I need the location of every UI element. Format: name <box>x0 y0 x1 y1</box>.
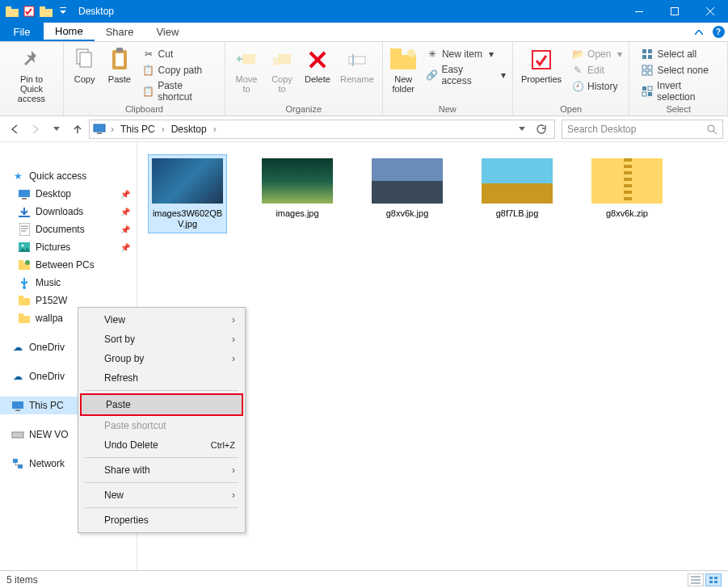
minimize-button[interactable] <box>621 0 657 23</box>
address-bar[interactable]: › This PC › Desktop › <box>89 120 555 139</box>
history-button[interactable]: 🕘History <box>568 79 625 94</box>
tab-view[interactable]: View <box>145 23 190 41</box>
ctx-sortby[interactable]: Sort by› <box>80 330 243 349</box>
details-view-button[interactable] <box>688 573 704 586</box>
edit-button[interactable]: ✎Edit <box>568 63 625 78</box>
nav-quickaccess[interactable]: ★Quick access <box>0 167 137 185</box>
chevron-right-icon: › <box>232 314 235 326</box>
up-button[interactable] <box>68 120 87 139</box>
nav-icon <box>18 223 31 236</box>
moveto-button[interactable]: Move to <box>229 44 264 94</box>
history-icon: 🕘 <box>571 80 584 93</box>
copy-button[interactable]: Copy <box>67 44 102 84</box>
delete-button[interactable]: Delete <box>300 44 335 84</box>
collapse-ribbon-icon[interactable] <box>689 23 709 41</box>
select-group-label: Select <box>633 104 724 116</box>
chevron-right-icon[interactable]: › <box>109 124 116 135</box>
breadcrumb-thispc[interactable]: This PC <box>119 124 157 135</box>
paste-button[interactable]: Paste <box>102 44 137 84</box>
ctx-undodelete[interactable]: Undo DeleteCtrl+Z <box>80 435 243 455</box>
close-button[interactable] <box>692 0 728 23</box>
chevron-right-icon[interactable]: › <box>212 124 218 135</box>
nav-item-downloads[interactable]: Downloads📌 <box>0 203 137 220</box>
tab-home[interactable]: Home <box>44 23 95 41</box>
svg-rect-49 <box>19 316 30 323</box>
search-input[interactable]: Search Desktop <box>562 120 723 139</box>
qat-properties-icon[interactable] <box>22 4 36 19</box>
nav-item-music[interactable]: Music <box>0 274 137 292</box>
window-title: Desktop <box>78 6 114 17</box>
ctx-view[interactable]: View› <box>80 310 243 330</box>
ctx-refresh[interactable]: Refresh <box>80 368 243 388</box>
new-group-label: New <box>386 104 509 116</box>
ctx-sharewith[interactable]: Share with› <box>80 460 243 480</box>
svg-rect-30 <box>642 86 646 90</box>
address-dropdown-icon[interactable] <box>512 120 532 139</box>
refresh-button[interactable] <box>532 120 551 139</box>
file-item[interactable]: images3W602QBV.jpg <box>149 155 226 233</box>
invertselection-button[interactable]: Invert selection <box>638 79 724 103</box>
chevron-right-icon[interactable]: › <box>160 124 166 135</box>
back-button[interactable] <box>5 120 24 139</box>
pasteshortcut-button[interactable]: 📋Paste shortcut <box>139 79 221 103</box>
svg-rect-12 <box>116 48 123 52</box>
nav-item-pictures[interactable]: Pictures📌 <box>0 238 137 256</box>
svg-rect-52 <box>15 410 20 411</box>
nav-item-betweenpcs[interactable]: Between PCs <box>0 256 137 274</box>
copypath-button[interactable]: 📋Copy path <box>139 63 221 78</box>
nav-icon <box>18 205 31 218</box>
ctx-groupby[interactable]: Group by› <box>80 349 243 368</box>
pasteshortcut-icon: 📋 <box>142 85 155 98</box>
cloud-icon: ☁ <box>11 341 24 354</box>
forward-button[interactable] <box>26 120 45 139</box>
easyaccess-button[interactable]: 🔗Easy access▾ <box>423 63 509 87</box>
file-name: images3W602QBV.jpg <box>149 208 226 233</box>
nav-item-documents[interactable]: Documents📌 <box>0 220 137 238</box>
cut-button[interactable]: ✂Cut <box>139 47 221 61</box>
svg-rect-40 <box>19 223 30 236</box>
svg-rect-13 <box>242 54 255 64</box>
copypath-icon: 📋 <box>142 64 155 77</box>
selectall-button[interactable]: Select all <box>638 47 724 61</box>
svg-rect-39 <box>19 216 30 217</box>
ctx-properties[interactable]: Properties <box>80 510 243 530</box>
nav-item-desktop[interactable]: Desktop📌 <box>0 185 137 203</box>
properties-button[interactable]: Properties <box>516 44 566 84</box>
selectnone-button[interactable]: Select none <box>638 63 724 78</box>
svg-point-46 <box>23 286 26 289</box>
svg-rect-7 <box>671 8 679 15</box>
search-icon <box>706 124 717 135</box>
open-button[interactable]: 📂Open▾ <box>568 47 625 61</box>
svg-rect-16 <box>349 57 365 64</box>
qat-dropdown-icon[interactable] <box>56 4 70 19</box>
newitem-button[interactable]: ✳New item▾ <box>423 47 509 61</box>
copyto-button[interactable]: Copy to <box>264 44 300 94</box>
icons-view-button[interactable] <box>705 573 722 586</box>
pin-quickaccess-button[interactable]: Pin to Quick access <box>3 44 60 103</box>
tab-file[interactable]: File <box>0 23 44 41</box>
tab-share[interactable]: Share <box>95 23 145 41</box>
ctx-paste[interactable]: Paste <box>80 393 243 416</box>
rename-button[interactable]: Rename <box>335 44 379 84</box>
recent-button[interactable] <box>47 120 66 139</box>
file-item[interactable]: g8f7LB.jpg <box>478 155 556 233</box>
svg-rect-21 <box>532 51 550 69</box>
svg-rect-32 <box>648 86 652 90</box>
newfolder-button[interactable]: New folder <box>386 44 421 94</box>
qat-newfolder-icon[interactable] <box>39 4 53 19</box>
file-item[interactable]: g8xv6k.zip <box>588 155 666 233</box>
svg-rect-58 <box>709 581 713 583</box>
breadcrumb-desktop[interactable]: Desktop <box>170 124 208 135</box>
maximize-button[interactable] <box>657 0 692 23</box>
ctx-new[interactable]: New› <box>80 485 243 505</box>
svg-rect-19 <box>390 48 402 55</box>
file-item[interactable]: images.jpg <box>259 155 336 233</box>
svg-rect-15 <box>273 57 281 65</box>
file-item[interactable]: g8xv6k.jpg <box>368 155 446 233</box>
help-button[interactable]: ? <box>709 23 728 41</box>
svg-rect-24 <box>642 55 646 59</box>
status-bar: 5 items <box>0 570 728 588</box>
organize-group-label: Organize <box>229 104 379 116</box>
cloud-icon: ☁ <box>11 370 24 383</box>
svg-rect-6 <box>635 11 643 12</box>
